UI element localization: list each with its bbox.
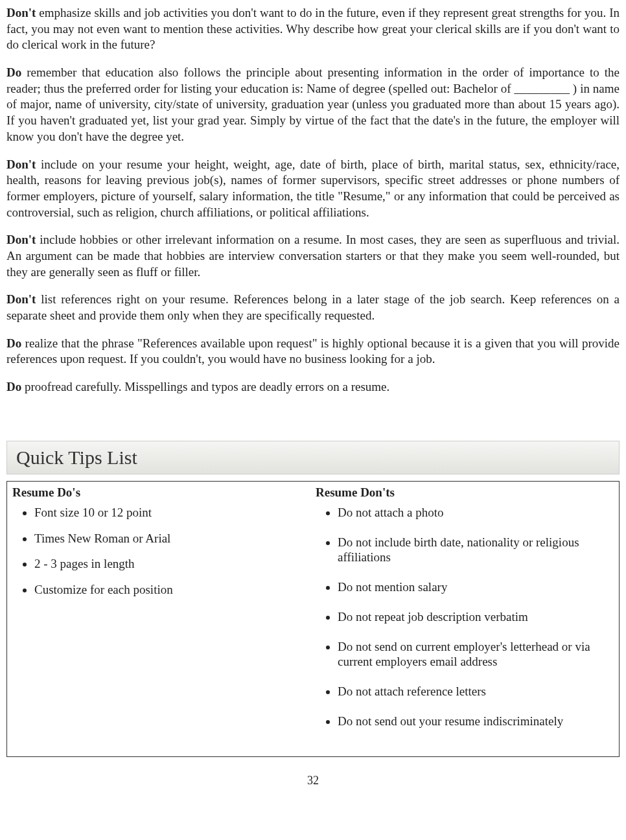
list-item: Customize for each position [34,582,310,598]
list-item: Font size 10 or 12 point [34,505,310,520]
quick-tips-header: Quick Tips List [6,441,620,474]
paragraph-do-education: Do remember that education also follows … [6,65,620,145]
paragraph-text: include hobbies or other irrelevant info… [6,233,620,278]
paragraph-text: remember that education also follows the… [6,65,620,143]
donts-list: Do not attach a photo Do not include bir… [316,505,614,729]
paragraph-text: proofread carefully. Misspellings and ty… [21,380,389,393]
paragraph-text: realize that the phrase "References avai… [6,336,620,366]
paragraph-text: list references right on your resume. Re… [6,292,620,322]
list-item: Do not include birth date, nationality o… [338,535,614,566]
emphasis-do: Do [6,65,21,79]
emphasis-dont: Don't [6,292,36,306]
paragraph-dont-personal-info: Don't include on your resume your height… [6,157,620,221]
paragraph-dont-references: Don't list references right on your resu… [6,292,620,323]
donts-heading: Resume Don'ts [316,485,614,500]
resume-donts-column: Resume Don'ts Do not attach a photo Do n… [313,485,616,743]
quick-tips-box: Resume Do's Font size 10 or 12 point Tim… [6,481,620,757]
paragraph-do-proofread: Do proofread carefully. Misspellings and… [6,379,620,395]
dos-heading: Resume Do's [12,485,310,500]
list-item: Do not send out your resume indiscrimina… [338,714,614,729]
emphasis-do: Do [6,380,21,393]
page-number: 32 [6,774,620,788]
paragraph-text: emphasize skills and job activities you … [6,6,620,51]
list-item: Do not send on current employer's letter… [338,639,614,670]
dos-list: Font size 10 or 12 point Times New Roman… [12,505,310,598]
list-item: Times New Roman or Arial [34,531,310,546]
emphasis-dont: Don't [6,6,36,19]
list-item: Do not repeat job description verbatim [338,609,614,625]
paragraph-do-references-phrase: Do realize that the phrase "References a… [6,336,620,368]
emphasis-do: Do [6,336,21,350]
paragraph-dont-emphasize: Don't emphasize skills and job activitie… [6,5,620,53]
emphasis-dont: Don't [6,158,36,171]
emphasis-dont: Don't [6,233,36,246]
list-item: Do not mention salary [338,579,614,595]
resume-dos-column: Resume Do's Font size 10 or 12 point Tim… [10,485,313,743]
list-item: 2 - 3 pages in length [34,556,310,572]
paragraph-text: include on your resume your height, weig… [6,158,620,219]
list-item: Do not attach a photo [338,505,614,520]
list-item: Do not attach reference letters [338,684,614,699]
paragraph-dont-hobbies: Don't include hobbies or other irrelevan… [6,232,620,280]
